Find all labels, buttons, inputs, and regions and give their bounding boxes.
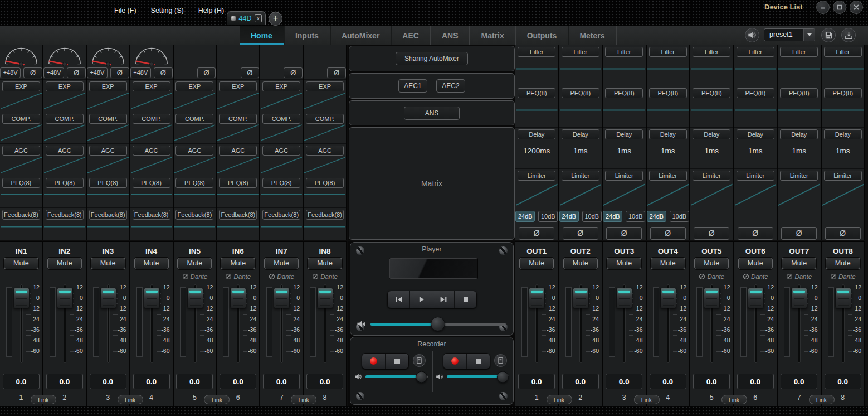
tab-automixer[interactable]: AutoMixer (330, 26, 391, 45)
input-comp-button[interactable]: COMP. (262, 114, 300, 124)
phase-invert-button[interactable]: Ø (110, 67, 129, 78)
phase-invert-button[interactable]: Ø (563, 227, 598, 240)
output-peq-8-button[interactable]: PEQ(8) (649, 88, 687, 98)
mute-button[interactable]: Mute (4, 258, 38, 269)
output-filter-button[interactable]: Filter (518, 47, 555, 57)
output-filter-button[interactable]: Filter (693, 47, 730, 57)
input-agc-button[interactable]: AGC (175, 146, 213, 156)
phase-invert-button[interactable]: Ø (23, 67, 42, 78)
link-button[interactable]: Link (291, 395, 316, 404)
phase-invert-button[interactable]: Ø (606, 227, 642, 240)
link-button[interactable]: Link (634, 395, 660, 404)
input-comp-button[interactable]: COMP. (306, 114, 344, 124)
output-delay-button[interactable]: Delay (693, 129, 730, 139)
phantom-power-button[interactable]: +48V (87, 67, 108, 78)
mute-button[interactable]: Mute (221, 258, 255, 269)
tab-ans[interactable]: ANS (431, 26, 470, 45)
device-tab[interactable]: 44D x (227, 11, 266, 25)
input-peq-8-button[interactable]: PEQ(8) (262, 178, 300, 188)
mute-button[interactable]: Mute (519, 258, 554, 269)
tab-home[interactable]: Home (240, 26, 284, 45)
output-peq-8-button[interactable]: PEQ(8) (693, 88, 730, 98)
output-peq-8-button[interactable]: PEQ(8) (518, 88, 555, 98)
phase-invert-button[interactable]: Ø (650, 227, 686, 240)
link-button[interactable]: Link (31, 395, 56, 404)
input-peq-8-button[interactable]: PEQ(8) (175, 178, 213, 188)
crossover-slope-button-24db[interactable]: 24dB (559, 211, 579, 222)
output-filter-button[interactable]: Filter (562, 47, 599, 57)
input-agc-button[interactable]: AGC (262, 146, 300, 156)
record-button[interactable] (362, 354, 386, 369)
input-exp-button[interactable]: EXP (89, 81, 127, 91)
input-feedback-8-button[interactable]: Feedback(8) (306, 210, 344, 220)
output-peq-8-button[interactable]: PEQ(8) (737, 88, 774, 98)
output-delay-button[interactable]: Delay (737, 129, 774, 139)
tab-outputs[interactable]: Outputs (516, 26, 569, 45)
record-button[interactable] (443, 354, 467, 369)
menu-item-setting-s[interactable]: Setting (S) (151, 7, 184, 14)
mute-button[interactable]: Mute (738, 258, 773, 269)
output-peq-8-button[interactable]: PEQ(8) (562, 88, 599, 98)
input-exp-button[interactable]: EXP (2, 81, 40, 91)
import-preset-button[interactable] (841, 28, 856, 42)
input-feedback-8-button[interactable]: Feedback(8) (175, 210, 213, 220)
output-limiter-button[interactable]: Limiter (737, 171, 774, 181)
input-exp-button[interactable]: EXP (219, 81, 257, 91)
record-stop-button[interactable] (386, 354, 408, 369)
save-preset-button[interactable] (821, 28, 836, 42)
phantom-power-button[interactable]: +48V (0, 67, 21, 78)
input-peq-8-button[interactable]: PEQ(8) (46, 178, 84, 188)
gain-value[interactable]: 0.0 (606, 374, 642, 389)
input-agc-button[interactable]: AGC (2, 146, 40, 156)
gain-value[interactable]: 0.0 (90, 374, 126, 389)
gain-value[interactable]: 0.0 (133, 374, 170, 389)
close-button[interactable] (850, 1, 863, 14)
device-tab-close-button[interactable]: x (255, 14, 262, 22)
phase-invert-button[interactable]: Ø (67, 67, 86, 78)
mute-button[interactable]: Mute (134, 258, 169, 269)
link-button[interactable]: Link (809, 395, 835, 404)
input-feedback-8-button[interactable]: Feedback(8) (46, 210, 84, 220)
mute-button[interactable]: Mute (826, 258, 860, 269)
gain-value[interactable]: 0.0 (781, 374, 817, 389)
matrix-panel[interactable]: Matrix (349, 127, 515, 240)
mute-button[interactable]: Mute (607, 258, 641, 269)
input-agc-button[interactable]: AGC (46, 146, 84, 156)
output-limiter-button[interactable]: Limiter (649, 171, 687, 181)
player-stop-button[interactable] (455, 291, 476, 308)
input-exp-button[interactable]: EXP (306, 81, 344, 91)
add-tab-button[interactable]: + (269, 12, 282, 26)
output-peq-8-button[interactable]: PEQ(8) (824, 88, 862, 98)
mute-button[interactable]: Mute (47, 258, 82, 269)
link-button[interactable]: Link (118, 395, 143, 404)
input-comp-button[interactable]: COMP. (2, 114, 40, 124)
device-list-button[interactable]: Device List (764, 3, 803, 11)
output-delay-button[interactable]: Delay (649, 129, 687, 139)
output-filter-button[interactable]: Filter (780, 47, 818, 57)
volume-slider[interactable] (370, 323, 505, 326)
input-peq-8-button[interactable]: PEQ(8) (219, 178, 257, 188)
aec2-button[interactable]: AEC2 (436, 79, 465, 93)
record-file-button[interactable] (413, 354, 426, 367)
output-peq-8-button[interactable]: PEQ(8) (605, 88, 643, 98)
input-peq-8-button[interactable]: PEQ(8) (89, 178, 127, 188)
output-limiter-button[interactable]: Limiter (780, 171, 818, 181)
record-file-button[interactable] (494, 354, 507, 367)
mute-button[interactable]: Mute (694, 258, 729, 269)
phantom-power-button[interactable]: +48V (130, 67, 151, 78)
phase-invert-button[interactable]: Ø (154, 67, 173, 78)
input-feedback-8-button[interactable]: Feedback(8) (89, 210, 127, 220)
output-delay-button[interactable]: Delay (824, 129, 862, 139)
gain-value[interactable]: 0.0 (176, 374, 213, 389)
input-exp-button[interactable]: EXP (262, 81, 300, 91)
next-track-button[interactable] (432, 291, 455, 308)
tab-matrix[interactable]: Matrix (470, 26, 515, 45)
menu-item-help-h[interactable]: Help (H) (198, 7, 225, 14)
crossover-slope-button-10db[interactable]: 10dB (626, 211, 645, 222)
mute-button[interactable]: Mute (563, 258, 598, 269)
volume-slider[interactable] (365, 375, 428, 378)
crossover-slope-button-24db[interactable]: 24dB (647, 211, 666, 222)
input-agc-button[interactable]: AGC (89, 146, 127, 156)
input-agc-button[interactable]: AGC (219, 146, 257, 156)
record-stop-button[interactable] (467, 354, 490, 369)
